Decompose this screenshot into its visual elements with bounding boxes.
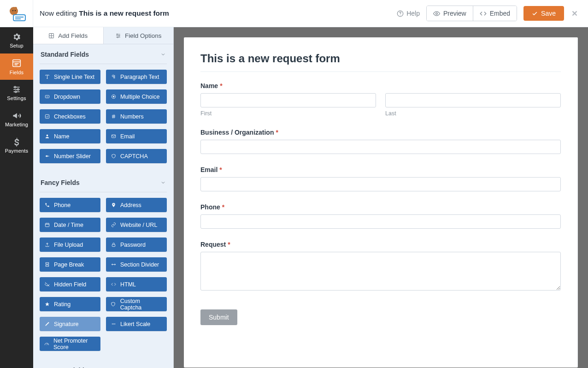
svg-rect-36 [45,95,49,98]
field-chip[interactable]: File Upload [40,237,100,252]
form-field[interactable]: Business / Organization* [200,129,561,154]
svg-point-1 [11,7,14,10]
app-logo [0,0,33,27]
user-icon [44,134,50,139]
check-icon [44,114,50,119]
field-label: Phone* [200,203,561,211]
required-marker: * [276,129,278,136]
shield-icon [111,302,116,307]
last-name-input[interactable] [385,93,561,107]
form-field[interactable]: Request* [200,241,561,292]
settings-icon [12,85,21,94]
field-chip[interactable]: Website / URL [106,218,167,232]
svg-line-62 [47,344,48,345]
left-rail: SetupFieldsSettingsMarketingPayments [0,27,33,368]
text-input[interactable] [200,140,561,154]
rail-item-marketing[interactable]: Marketing [0,106,33,132]
field-chip-label: HTML [120,281,136,288]
textarea-input[interactable] [200,252,561,291]
rail-item-setup[interactable]: Setup [0,27,33,53]
radio-icon [111,94,116,100]
paragraph-icon [111,74,116,80]
fields-panel: Add Fields Field Options Standard Fields… [33,27,174,368]
name-row: First Last [200,93,561,117]
embed-button[interactable]: Embed [473,6,517,21]
text-input[interactable] [200,177,561,191]
section-head[interactable]: Standard Fields [40,44,167,64]
field-chip[interactable]: Number Slider [40,149,100,163]
required-marker: * [222,203,224,211]
field-chip[interactable]: Single Line Text [40,70,100,84]
field-chip-label: Likert Scale [120,321,150,327]
eye-icon [433,10,440,17]
payments-icon [12,137,21,147]
sublabel-first: First [200,110,376,117]
marketing-icon [12,111,21,120]
rail-item-settings[interactable]: Settings [0,80,33,106]
field-chip[interactable]: Net Promoter Score [40,337,100,351]
required-marker: * [219,166,222,173]
field-chip[interactable]: Email [106,129,167,143]
field-chip[interactable]: Checkboxes [40,109,100,124]
rail-item-payments[interactable]: Payments [0,132,33,159]
sidebar-scroll[interactable]: Standard Fields Single Line TextParagrap… [33,44,173,368]
form-field[interactable]: Email* [200,166,561,191]
sliders-icon [115,33,121,39]
field-chip[interactable]: Rating [40,297,100,311]
tab-add-fields[interactable]: Add Fields [33,27,104,44]
field-chip-label: Phone [54,202,71,208]
save-button[interactable]: Save [523,6,564,21]
field-chip-label: Address [120,202,141,208]
pagebreak-icon [44,262,50,267]
field-chip[interactable]: Multiple Choice [106,89,167,104]
form-field[interactable]: Name* First Last [200,82,561,117]
tab-field-options[interactable]: Field Options [104,27,174,44]
field-chip[interactable]: Custom Captcha [106,297,167,311]
field-chip-label: Dropdown [54,94,80,100]
field-chip[interactable]: Date / Time [40,218,100,232]
field-label: Business / Organization* [200,129,561,136]
field-chip[interactable]: Section Divider [106,257,167,272]
chevron-down-icon [160,52,166,57]
field-chip[interactable]: Numbers [106,109,167,124]
field-chip[interactable]: Signature [40,317,100,331]
field-chip[interactable]: Page Break [40,257,100,272]
sublabel-last: Last [385,110,561,117]
slider-icon [44,154,50,159]
help-link[interactable]: Help [397,10,420,17]
field-chip[interactable]: Phone [40,198,100,212]
field-chip[interactable]: Dropdown [40,89,100,104]
svg-rect-55 [46,265,48,266]
field-chip[interactable]: Password [106,237,167,252]
field-chip[interactable]: Likert Scale [106,317,167,331]
submit-button[interactable]: Submit [200,309,237,325]
calendar-icon [44,222,50,228]
preview-button[interactable]: Preview [427,6,473,21]
field-chip[interactable]: Address [106,198,167,212]
field-chip-label: Date / Time [54,222,83,228]
field-chip[interactable]: CAPTCHA [106,149,167,163]
section-head[interactable]: Fancy Fields [40,172,167,192]
field-chip[interactable]: Name [40,129,100,143]
field-chip[interactable]: HTML [106,277,167,291]
text-input[interactable] [200,214,561,229]
close-button[interactable] [570,9,579,18]
section-head[interactable]: Payment Fields [40,360,167,368]
first-name-input[interactable] [200,93,376,107]
svg-point-3 [12,10,13,11]
form-field[interactable]: Phone* [200,203,561,229]
grid-icon [48,33,54,39]
code-icon [111,282,116,287]
field-chip-label: Net Promoter Score [53,338,96,350]
help-icon [397,10,404,17]
field-chip[interactable]: Hidden Field [40,277,100,291]
svg-point-10 [436,12,438,14]
rail-item-fields[interactable]: Fields [0,53,33,80]
form-title[interactable]: This is a new request form [200,49,561,71]
svg-point-22 [15,91,17,92]
svg-rect-5 [13,15,25,21]
form-canvas[interactable]: This is a new request form Name* First L… [184,37,578,368]
field-chip[interactable]: Paragraph Text [106,70,167,84]
hash-icon [111,114,116,119]
svg-rect-39 [45,114,49,118]
